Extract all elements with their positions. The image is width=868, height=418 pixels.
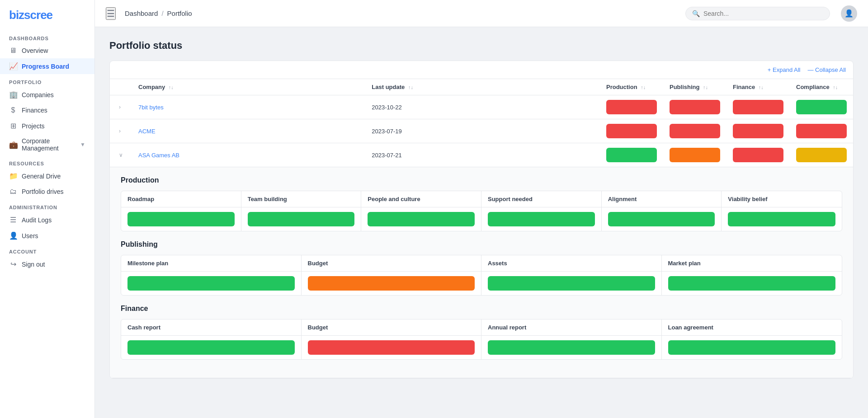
- expanded-content-cell: Production Roadmap Team building People …: [110, 167, 853, 379]
- grid-header-cell: Roadmap: [121, 191, 241, 207]
- finance-status-cell: [726, 143, 790, 167]
- sort-icon[interactable]: ↑↓: [703, 85, 708, 90]
- publishing-section-title: Publishing: [121, 240, 842, 249]
- sidebar-item-overview[interactable]: 🖥 Overview: [0, 43, 94, 58]
- sort-icon[interactable]: ↑↓: [833, 85, 838, 90]
- expand-cell: ›: [110, 95, 132, 119]
- grid-header-cell: Alignment: [602, 191, 722, 207]
- publishing-status-cell: [663, 143, 726, 167]
- finance-status-cell: [726, 119, 790, 143]
- sidebar-item-portfolio-drives[interactable]: 🗂 Portfolio drives: [0, 184, 94, 199]
- status-bar: [248, 212, 355, 226]
- expand-all-button[interactable]: + Expand All: [768, 66, 801, 73]
- sort-icon[interactable]: ↑↓: [641, 85, 646, 90]
- app-logo: bizscree: [0, 0, 94, 30]
- hamburger-button[interactable]: ☰: [106, 7, 116, 20]
- search-bar[interactable]: 🔍: [685, 7, 830, 20]
- status-bar: [127, 212, 235, 226]
- finance-col-header: Finance ↑↓: [726, 79, 790, 95]
- sidebar-item-label: Overview: [22, 47, 48, 54]
- monitor-icon: 🖥: [9, 47, 17, 55]
- sidebar-item-label: Audit Logs: [22, 216, 52, 224]
- grid-value-cell: [481, 207, 602, 231]
- sidebar: bizscree DASHBOARDS 🖥 Overview 📈 Progres…: [0, 0, 95, 418]
- status-badge: [796, 124, 847, 138]
- grid-header-cell: Milestone plan: [121, 255, 302, 271]
- search-icon: 🔍: [692, 10, 700, 17]
- company-link[interactable]: 7bit bytes: [138, 104, 164, 111]
- company-link[interactable]: ASA Games AB: [138, 152, 179, 159]
- status-bar: [668, 276, 836, 291]
- sort-icon[interactable]: ↑↓: [169, 85, 174, 90]
- production-grid: Roadmap Team building People and culture…: [121, 191, 842, 231]
- sidebar-item-label: Users: [22, 232, 38, 240]
- main-content: ☰ Dashboard / Portfolio 🔍 👤 Portfolio st…: [95, 0, 868, 418]
- sidebar-item-general-drive[interactable]: 📁 General Drive: [0, 168, 94, 184]
- status-bar: [488, 212, 595, 226]
- chevron-down-icon: ▼: [80, 141, 85, 148]
- grid-header-cell: Viability belief: [722, 191, 842, 207]
- page-content: Portfolio status + Expand All — Collapse…: [95, 27, 868, 418]
- production-grid-values: [121, 207, 842, 231]
- grid-header-cell: Cash report: [121, 319, 302, 335]
- grid-value-cell: [481, 336, 662, 359]
- expand-cell: ›: [110, 119, 132, 143]
- status-bar: [488, 276, 655, 291]
- sidebar-item-progress-board[interactable]: 📈 Progress Board: [0, 58, 94, 74]
- table-row: › ACME 2023-07-19: [110, 119, 853, 143]
- production-section-title: Production: [121, 176, 842, 184]
- status-badge: [796, 148, 847, 162]
- status-bar: [368, 212, 475, 226]
- expand-button[interactable]: ›: [116, 103, 123, 111]
- status-bar: [668, 340, 836, 355]
- publishing-status-cell: [663, 95, 726, 119]
- breadcrumb: Dashboard / Portfolio: [125, 9, 192, 17]
- grid-header-cell: People and culture: [361, 191, 481, 207]
- publishing-col-header: Publishing ↑↓: [663, 79, 726, 95]
- grid-value-cell: [121, 207, 241, 231]
- compliance-status-cell: [790, 119, 853, 143]
- sidebar-item-companies[interactable]: 🏢 Companies: [0, 87, 94, 103]
- avatar[interactable]: 👤: [841, 5, 857, 22]
- status-badge: [606, 124, 657, 138]
- breadcrumb-home[interactable]: Dashboard: [125, 9, 158, 17]
- expand-col-header: [110, 79, 132, 95]
- table-row: ∨ ASA Games AB 2023-07-21: [110, 143, 853, 167]
- collapse-all-button[interactable]: — Collapse All: [807, 66, 846, 73]
- status-bar: [728, 212, 835, 226]
- company-link[interactable]: ACME: [138, 128, 156, 135]
- grid-header-cell: Support needed: [481, 191, 602, 207]
- finance-section-title: Finance: [121, 305, 842, 313]
- folder-icon: 📁: [9, 172, 17, 180]
- company-cell: 7bit bytes: [132, 95, 365, 119]
- folder-star-icon: 🗂: [9, 188, 17, 196]
- sidebar-item-audit-logs[interactable]: ☰ Audit Logs: [0, 212, 94, 228]
- grid-value-cell: [302, 272, 482, 295]
- status-bar: [488, 340, 655, 355]
- production-status-cell: [600, 143, 663, 167]
- grid-header-cell: Assets: [481, 255, 662, 271]
- publishing-status-cell: [663, 119, 726, 143]
- status-bar: [308, 276, 475, 291]
- publishing-grid-header: Milestone plan Budget Assets Market plan: [121, 255, 842, 272]
- portfolio-table: Company ↑↓ Last update ↑↓ Production ↑↓: [110, 79, 853, 378]
- portfolio-table-card: + Expand All — Collapse All Company ↑↓ L…: [109, 61, 854, 379]
- status-badge: [670, 148, 720, 162]
- sidebar-item-users[interactable]: 👤 Users: [0, 228, 94, 244]
- table-row: › 7bit bytes 2023-10-22: [110, 95, 853, 119]
- expand-button[interactable]: ∨: [116, 151, 126, 159]
- grid-value-cell: [722, 207, 842, 231]
- sort-icon[interactable]: ↑↓: [759, 85, 764, 90]
- search-input[interactable]: [703, 10, 823, 17]
- grid-value-cell: [302, 336, 482, 359]
- sort-icon[interactable]: ↑↓: [408, 85, 413, 90]
- grid-header-cell: Team building: [241, 191, 362, 207]
- sidebar-item-projects[interactable]: ⊞ Projects: [0, 118, 94, 134]
- grid-value-cell: [602, 207, 722, 231]
- sidebar-item-sign-out[interactable]: ↪ Sign out: [0, 256, 94, 272]
- sidebar-item-corporate-management[interactable]: 💼 Corporate Management ▼: [0, 134, 94, 155]
- expand-button[interactable]: ›: [116, 127, 123, 135]
- compliance-col-header: Compliance ↑↓: [790, 79, 853, 95]
- company-cell: ACME: [132, 119, 365, 143]
- sidebar-item-finances[interactable]: $ Finances: [0, 103, 94, 118]
